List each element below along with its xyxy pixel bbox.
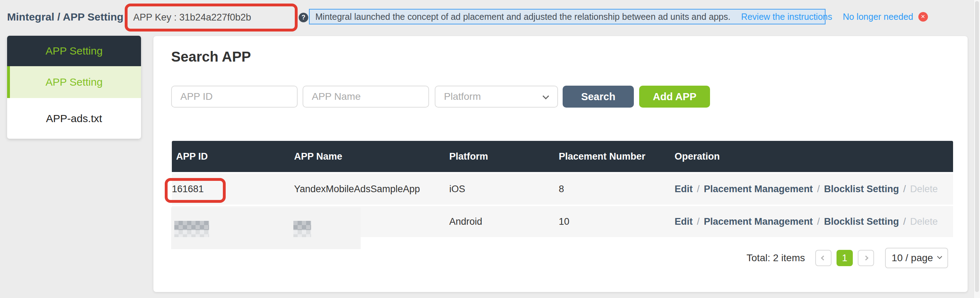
op-separator: / (697, 216, 700, 227)
app-name-input[interactable] (302, 86, 429, 108)
page-size-value: 10 / page (892, 252, 933, 264)
chevron-down-icon (937, 254, 942, 259)
search-button[interactable]: Search (563, 86, 634, 108)
cell-app-id: 161681 (172, 184, 294, 195)
current-page-button[interactable]: 1 (837, 250, 853, 266)
breadcrumb: Mintegral / APP Setting (7, 11, 123, 23)
table-header-row: APP ID APP Name Platform Placement Numbe… (172, 141, 953, 172)
placement-management-link[interactable]: Placement Management (704, 216, 813, 227)
edit-link[interactable]: Edit (675, 184, 693, 194)
cell-operations: Edit/Placement Management/Blocklist Sett… (675, 184, 953, 195)
cell-operations: Edit/Placement Management/Blocklist Sett… (675, 216, 953, 227)
table-row: Android 10 Edit/Placement Management/Blo… (172, 206, 953, 237)
main-panel: Search APP Platform Search Add APP APP I… (153, 36, 967, 292)
add-app-button[interactable]: Add APP (639, 86, 710, 108)
app-name-redaction-mosaic (293, 221, 311, 237)
app-id-input[interactable] (171, 86, 298, 108)
close-icon[interactable]: ✕ (918, 12, 928, 22)
col-app-name: APP Name (294, 151, 449, 162)
delete-link-disabled: Delete (910, 216, 938, 227)
total-items-text: Total: 2 items (746, 252, 805, 264)
op-separator: / (903, 184, 906, 194)
prev-page-button[interactable] (815, 250, 832, 266)
scrollbar-thumb[interactable] (975, 1, 979, 292)
app-key-annotation-box: APP Key : 31b24a227f0b2b (125, 3, 298, 32)
cell-app-name: YandexMobileAdsSampleApp (294, 184, 449, 195)
info-banner: Mintegral launched the concept of ad pla… (309, 9, 826, 24)
op-separator: / (817, 216, 820, 227)
cell-placement-number: 10 (559, 216, 675, 227)
cell-platform: iOS (449, 184, 559, 195)
app-setting-page: Mintegral / APP Setting APP Key : 31b24a… (0, 0, 980, 298)
pagination: Total: 2 items 1 10 / page (746, 247, 948, 269)
search-filters: Platform Search Add APP (153, 86, 967, 108)
app-key-redaction-mosaic (220, 13, 288, 28)
op-separator: / (697, 184, 700, 194)
chevron-right-icon (864, 255, 869, 260)
chevron-down-icon (542, 93, 549, 99)
platform-select[interactable]: Platform (435, 86, 558, 108)
table-row: 161681 YandexMobileAdsSampleApp iOS 8 Ed… (172, 173, 953, 204)
blocklist-setting-link[interactable]: Blocklist Setting (824, 216, 899, 227)
page-title: Search APP (171, 49, 251, 65)
chevron-left-icon (821, 255, 826, 260)
scrollbar[interactable] (974, 0, 980, 298)
op-separator: / (817, 184, 820, 194)
app-id-redaction-mosaic (174, 221, 209, 237)
cell-placement-number: 8 (559, 184, 675, 195)
sidebar-header: APP Setting (7, 36, 141, 66)
placement-management-link[interactable]: Placement Management (704, 184, 813, 194)
col-platform: Platform (449, 151, 559, 162)
platform-select-value: Platform (444, 91, 481, 102)
no-longer-needed-link[interactable]: No longer needed (843, 12, 913, 22)
delete-link-disabled: Delete (910, 184, 938, 194)
edit-link[interactable]: Edit (675, 216, 693, 227)
sidebar: APP Setting APP Setting APP-ads.txt (7, 36, 141, 139)
help-icon[interactable]: ? (299, 13, 308, 22)
op-separator: / (903, 216, 906, 227)
blocklist-setting-link[interactable]: Blocklist Setting (824, 184, 899, 194)
review-instructions-link[interactable]: Review the instructions (741, 12, 832, 22)
col-app-id: APP ID (172, 151, 294, 162)
cell-platform: Android (449, 216, 559, 227)
col-placement-number: Placement Number (559, 151, 675, 162)
app-table: APP ID APP Name Platform Placement Numbe… (172, 141, 953, 237)
banner-message: Mintegral launched the concept of ad pla… (315, 12, 730, 22)
page-size-select[interactable]: 10 / page (885, 248, 948, 268)
sidebar-item-app-setting[interactable]: APP Setting (7, 66, 141, 98)
col-operation: Operation (675, 151, 953, 162)
sidebar-item-app-ads-txt[interactable]: APP-ads.txt (7, 98, 141, 139)
next-page-button[interactable] (858, 250, 874, 266)
